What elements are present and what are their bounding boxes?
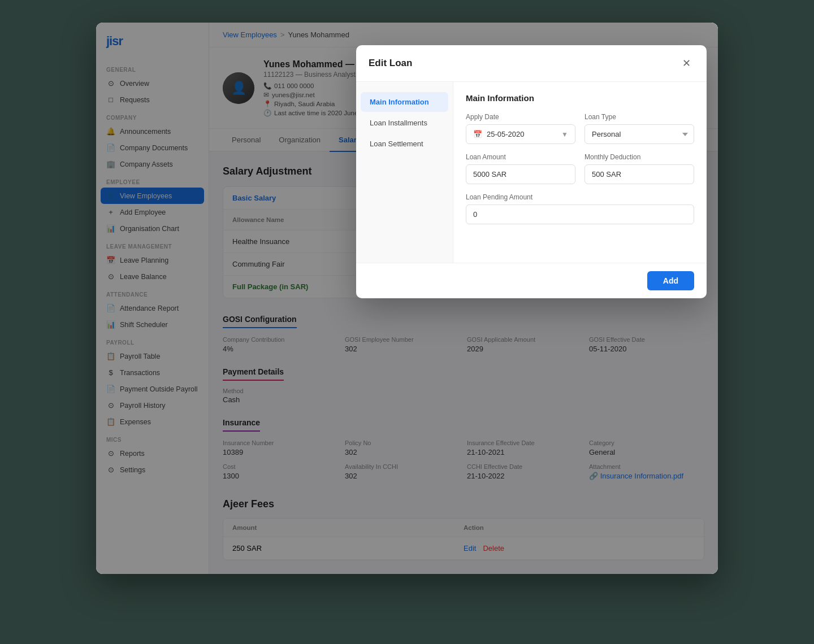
loan-pending-label: Loan Pending Amount — [466, 193, 694, 201]
modal-close-button[interactable]: ✕ — [678, 55, 694, 71]
edit-loan-modal: Edit Loan ✕ Main Information Loan Instal… — [356, 45, 707, 298]
date-chevron-icon: ▼ — [561, 130, 568, 138]
modal-main-content: Main Information Apply Date 📅 25-05-2020… — [453, 82, 707, 263]
form-group-monthly-deduction: Monthly Deduction — [584, 153, 694, 184]
calendar-icon: 📅 — [473, 130, 482, 138]
modal-body: Main Information Loan Installments Loan … — [356, 82, 707, 263]
apply-date-label: Apply Date — [466, 113, 575, 121]
loan-amount-input[interactable] — [466, 164, 575, 184]
form-row-2: Loan Amount Monthly Deduction — [466, 153, 694, 184]
modal-overlay: Edit Loan ✕ Main Information Loan Instal… — [96, 23, 718, 574]
form-row-1: Apply Date 📅 25-05-2020 ▼ Loan Type Pers… — [466, 113, 694, 144]
modal-sidebar: Main Information Loan Installments Loan … — [356, 82, 453, 263]
apply-date-value: 25-05-2020 — [487, 130, 525, 138]
modal-nav-loan-installments[interactable]: Loan Installments — [361, 113, 448, 133]
loan-amount-label: Loan Amount — [466, 153, 575, 161]
monthly-deduction-input[interactable] — [584, 164, 694, 184]
form-group-loan-pending: Loan Pending Amount — [466, 193, 694, 224]
form-group-apply-date: Apply Date 📅 25-05-2020 ▼ — [466, 113, 575, 144]
modal-header: Edit Loan ✕ — [356, 45, 707, 82]
form-row-3: Loan Pending Amount — [466, 193, 694, 224]
monthly-deduction-label: Monthly Deduction — [584, 153, 694, 161]
modal-footer: Add — [356, 263, 707, 298]
app-container: jisr General ⊙ Overview □ Requests Compa… — [96, 23, 718, 574]
add-button[interactable]: Add — [647, 271, 694, 290]
loan-pending-input[interactable] — [466, 204, 694, 224]
apply-date-field[interactable]: 📅 25-05-2020 ▼ — [466, 124, 575, 144]
modal-nav-loan-settlement[interactable]: Loan Settlement — [361, 134, 448, 154]
modal-section-title: Main Information — [466, 93, 694, 103]
loan-type-label: Loan Type — [584, 113, 694, 121]
form-group-loan-type: Loan Type Personal Company Housing — [584, 113, 694, 144]
modal-nav-main-information[interactable]: Main Information — [361, 92, 448, 112]
loan-type-select[interactable]: Personal Company Housing — [584, 124, 694, 144]
form-group-loan-amount: Loan Amount — [466, 153, 575, 184]
modal-title: Edit Loan — [369, 58, 412, 69]
